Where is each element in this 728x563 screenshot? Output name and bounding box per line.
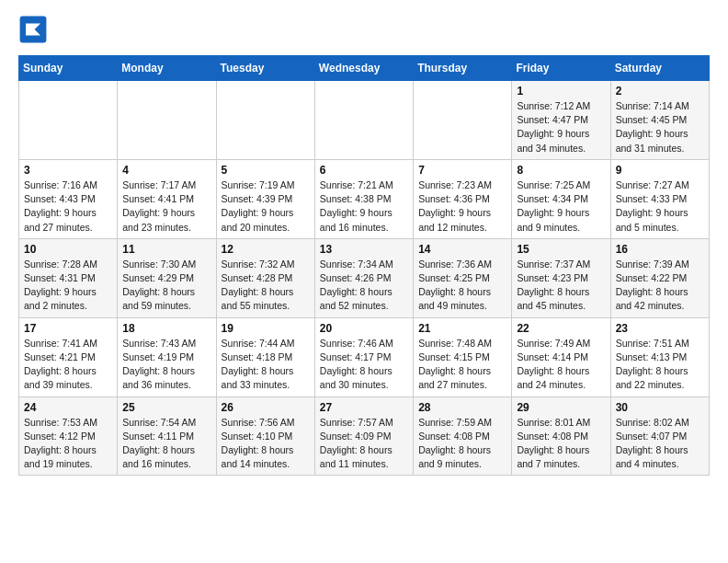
calendar-week-row: 3Sunrise: 7:16 AM Sunset: 4:43 PM Daylig… — [19, 159, 710, 238]
day-info: Sunrise: 7:36 AM Sunset: 4:25 PM Dayligh… — [418, 258, 506, 314]
weekday-header: Monday — [118, 56, 216, 81]
weekday-header: Tuesday — [216, 56, 314, 81]
day-number: 20 — [320, 322, 408, 335]
calendar-cell: 16Sunrise: 7:39 AM Sunset: 4:22 PM Dayli… — [610, 238, 709, 317]
calendar-cell: 26Sunrise: 7:56 AM Sunset: 4:10 PM Dayli… — [216, 396, 314, 476]
day-number: 19 — [222, 322, 310, 335]
calendar-cell: 17Sunrise: 7:41 AM Sunset: 4:21 PM Dayli… — [19, 317, 118, 396]
calendar-cell: 14Sunrise: 7:36 AM Sunset: 4:25 PM Dayli… — [414, 238, 512, 317]
logo — [18, 15, 53, 44]
day-info: Sunrise: 7:39 AM Sunset: 4:22 PM Dayligh… — [616, 258, 704, 314]
calendar-cell: 3Sunrise: 7:16 AM Sunset: 4:43 PM Daylig… — [19, 159, 118, 238]
calendar-cell: 2Sunrise: 7:14 AM Sunset: 4:45 PM Daylig… — [610, 81, 709, 160]
day-number: 7 — [418, 164, 506, 177]
weekday-header: Sunday — [19, 56, 118, 81]
calendar-cell: 21Sunrise: 7:48 AM Sunset: 4:15 PM Dayli… — [414, 317, 512, 396]
calendar-cell: 7Sunrise: 7:23 AM Sunset: 4:36 PM Daylig… — [414, 159, 512, 238]
day-number: 4 — [122, 164, 210, 177]
calendar-cell — [414, 81, 512, 160]
day-info: Sunrise: 7:53 AM Sunset: 4:12 PM Dayligh… — [24, 416, 112, 472]
day-info: Sunrise: 8:01 AM Sunset: 4:08 PM Dayligh… — [517, 416, 605, 472]
day-number: 18 — [122, 322, 210, 335]
day-info: Sunrise: 8:02 AM Sunset: 4:07 PM Dayligh… — [616, 416, 704, 472]
day-info: Sunrise: 7:59 AM Sunset: 4:08 PM Dayligh… — [418, 416, 506, 472]
calendar-cell: 30Sunrise: 8:02 AM Sunset: 4:07 PM Dayli… — [610, 396, 709, 476]
day-info: Sunrise: 7:49 AM Sunset: 4:14 PM Dayligh… — [517, 337, 605, 393]
calendar-cell: 9Sunrise: 7:27 AM Sunset: 4:33 PM Daylig… — [610, 159, 709, 238]
day-number: 14 — [418, 243, 506, 256]
day-info: Sunrise: 7:23 AM Sunset: 4:36 PM Dayligh… — [418, 178, 506, 235]
day-number: 3 — [24, 164, 112, 177]
day-number: 16 — [616, 243, 704, 256]
day-number: 24 — [24, 401, 112, 414]
day-info: Sunrise: 7:25 AM Sunset: 4:34 PM Dayligh… — [517, 178, 605, 235]
day-info: Sunrise: 7:37 AM Sunset: 4:23 PM Dayligh… — [517, 258, 605, 314]
calendar-cell — [314, 81, 413, 160]
day-info: Sunrise: 7:27 AM Sunset: 4:33 PM Dayligh… — [616, 178, 704, 235]
calendar-cell: 20Sunrise: 7:46 AM Sunset: 4:17 PM Dayli… — [314, 317, 413, 396]
calendar-cell: 24Sunrise: 7:53 AM Sunset: 4:12 PM Dayli… — [19, 396, 118, 476]
calendar-cell: 19Sunrise: 7:44 AM Sunset: 4:18 PM Dayli… — [216, 317, 314, 396]
calendar-week-row: 17Sunrise: 7:41 AM Sunset: 4:21 PM Dayli… — [19, 317, 710, 396]
calendar-cell: 15Sunrise: 7:37 AM Sunset: 4:23 PM Dayli… — [512, 238, 610, 317]
calendar-cell: 8Sunrise: 7:25 AM Sunset: 4:34 PM Daylig… — [512, 159, 610, 238]
calendar-week-row: 1Sunrise: 7:12 AM Sunset: 4:47 PM Daylig… — [19, 81, 710, 160]
logo-icon — [18, 15, 48, 44]
day-info: Sunrise: 7:51 AM Sunset: 4:13 PM Dayligh… — [616, 337, 704, 393]
calendar-cell: 13Sunrise: 7:34 AM Sunset: 4:26 PM Dayli… — [314, 238, 413, 317]
calendar-cell — [118, 81, 216, 160]
day-number: 15 — [517, 243, 605, 256]
day-number: 8 — [517, 164, 605, 177]
weekday-header: Wednesday — [314, 56, 413, 81]
day-info: Sunrise: 7:14 AM Sunset: 4:45 PM Dayligh… — [616, 99, 704, 155]
calendar-cell: 4Sunrise: 7:17 AM Sunset: 4:41 PM Daylig… — [118, 159, 216, 238]
calendar-cell: 23Sunrise: 7:51 AM Sunset: 4:13 PM Dayli… — [610, 317, 709, 396]
day-number: 6 — [320, 164, 408, 177]
weekday-header: Friday — [512, 56, 610, 81]
calendar-cell: 1Sunrise: 7:12 AM Sunset: 4:47 PM Daylig… — [512, 81, 610, 160]
day-info: Sunrise: 7:41 AM Sunset: 4:21 PM Dayligh… — [24, 337, 112, 393]
day-info: Sunrise: 7:16 AM Sunset: 4:43 PM Dayligh… — [24, 178, 112, 235]
calendar-cell: 22Sunrise: 7:49 AM Sunset: 4:14 PM Dayli… — [512, 317, 610, 396]
calendar-cell: 12Sunrise: 7:32 AM Sunset: 4:28 PM Dayli… — [216, 238, 314, 317]
day-info: Sunrise: 7:57 AM Sunset: 4:09 PM Dayligh… — [320, 416, 408, 472]
header — [18, 15, 710, 44]
weekday-header: Thursday — [414, 56, 512, 81]
day-number: 5 — [222, 164, 310, 177]
day-info: Sunrise: 7:21 AM Sunset: 4:38 PM Dayligh… — [320, 178, 408, 235]
calendar-cell: 11Sunrise: 7:30 AM Sunset: 4:29 PM Dayli… — [118, 238, 216, 317]
calendar-header-row: SundayMondayTuesdayWednesdayThursdayFrid… — [19, 56, 710, 81]
calendar-cell: 5Sunrise: 7:19 AM Sunset: 4:39 PM Daylig… — [216, 159, 314, 238]
calendar-week-row: 10Sunrise: 7:28 AM Sunset: 4:31 PM Dayli… — [19, 238, 710, 317]
weekday-header: Saturday — [610, 56, 709, 81]
day-number: 25 — [122, 401, 210, 414]
calendar-cell: 6Sunrise: 7:21 AM Sunset: 4:38 PM Daylig… — [314, 159, 413, 238]
day-info: Sunrise: 7:46 AM Sunset: 4:17 PM Dayligh… — [320, 337, 408, 393]
day-number: 2 — [616, 85, 704, 98]
day-number: 22 — [517, 322, 605, 335]
calendar: SundayMondayTuesdayWednesdayThursdayFrid… — [18, 55, 710, 476]
calendar-cell — [216, 81, 314, 160]
day-info: Sunrise: 7:34 AM Sunset: 4:26 PM Dayligh… — [320, 258, 408, 314]
day-number: 11 — [122, 243, 210, 256]
calendar-cell: 29Sunrise: 8:01 AM Sunset: 4:08 PM Dayli… — [512, 396, 610, 476]
calendar-cell: 28Sunrise: 7:59 AM Sunset: 4:08 PM Dayli… — [414, 396, 512, 476]
calendar-week-row: 24Sunrise: 7:53 AM Sunset: 4:12 PM Dayli… — [19, 396, 710, 476]
day-number: 28 — [418, 401, 506, 414]
day-info: Sunrise: 7:54 AM Sunset: 4:11 PM Dayligh… — [122, 416, 210, 472]
day-info: Sunrise: 7:56 AM Sunset: 4:10 PM Dayligh… — [222, 416, 310, 472]
day-number: 9 — [616, 164, 704, 177]
day-info: Sunrise: 7:17 AM Sunset: 4:41 PM Dayligh… — [122, 178, 210, 235]
day-number: 10 — [24, 243, 112, 256]
day-number: 17 — [24, 322, 112, 335]
calendar-cell: 10Sunrise: 7:28 AM Sunset: 4:31 PM Dayli… — [19, 238, 118, 317]
day-number: 27 — [320, 401, 408, 414]
day-info: Sunrise: 7:43 AM Sunset: 4:19 PM Dayligh… — [122, 337, 210, 393]
day-number: 29 — [517, 401, 605, 414]
calendar-cell — [19, 81, 118, 160]
calendar-cell: 27Sunrise: 7:57 AM Sunset: 4:09 PM Dayli… — [314, 396, 413, 476]
day-info: Sunrise: 7:48 AM Sunset: 4:15 PM Dayligh… — [418, 337, 506, 393]
day-info: Sunrise: 7:28 AM Sunset: 4:31 PM Dayligh… — [24, 258, 112, 314]
day-info: Sunrise: 7:30 AM Sunset: 4:29 PM Dayligh… — [122, 258, 210, 314]
day-number: 26 — [222, 401, 310, 414]
